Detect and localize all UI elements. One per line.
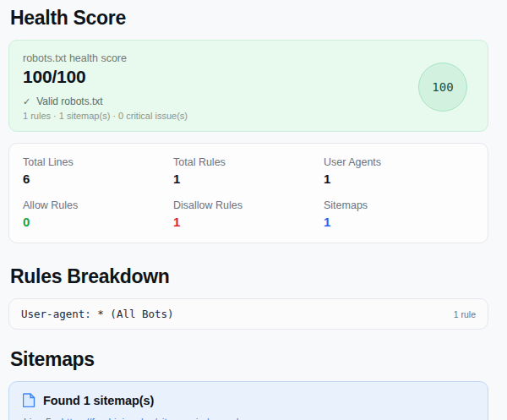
stat-allow-rules: Allow Rules 0 [23,199,173,229]
stat-total-rules: Total Rules 1 [173,156,324,186]
rule-entry: User-agent: * (All Bots) [21,308,174,320]
stat-value: 1 [173,215,324,229]
health-score-value: 100/100 [23,67,188,87]
sitemap-found-label: Found 1 sitemap(s) [43,394,154,407]
health-summary: 1 rules · 1 sitemap(s) · 0 critical issu… [23,111,188,121]
rules-breakdown-heading: Rules Breakdown [10,265,488,288]
stat-value: 1 [173,172,324,186]
report-page: Health Score robots.txt health score 100… [0,0,507,420]
health-score-card: robots.txt health score 100/100 ✓ Valid … [8,40,488,132]
stat-label: Sitemaps [324,199,474,211]
stat-label: Allow Rules [23,199,173,211]
sitemap-line-row: Line 5: https://freshjuice.dev/sitemap-i… [23,417,474,420]
rule-count-label: 1 rule [454,309,476,319]
stat-label: User Agents [324,156,474,168]
stat-sitemaps: Sitemaps 1 [324,199,474,229]
health-score-label: robots.txt health score [23,52,188,64]
stat-value: 6 [23,172,173,186]
valid-status-row: ✓ Valid robots.txt [23,95,188,107]
stat-total-lines: Total Lines 6 [23,156,173,186]
stat-value: 1 [324,215,474,229]
sitemap-card: Found 1 sitemap(s) Line 5: https://fresh… [8,381,488,420]
sitemaps-heading: Sitemaps [10,348,488,371]
score-badge: 100 [418,63,467,112]
rule-row: User-agent: * (All Bots) 1 rule [8,298,488,330]
sitemap-url-link[interactable]: https://freshjuice.dev/sitemap-index.xml [61,417,238,420]
sitemap-card-header: Found 1 sitemap(s) [23,393,474,407]
stat-label: Total Lines [23,156,173,168]
stat-value: 0 [23,215,173,229]
stat-value: 1 [324,172,474,186]
stat-user-agents: User Agents 1 [324,156,474,186]
health-score-heading: Health Score [10,7,488,30]
valid-message: Valid robots.txt [36,95,102,107]
stats-card: Total Lines 6 Total Rules 1 User Agents … [8,143,488,243]
stat-label: Total Rules [173,156,324,168]
sitemap-line-label: Line 5: [24,417,54,420]
document-icon [23,393,35,407]
health-score-details: robots.txt health score 100/100 ✓ Valid … [23,52,188,121]
stat-disallow-rules: Disallow Rules 1 [173,199,324,229]
check-icon: ✓ [23,96,30,107]
stat-label: Disallow Rules [173,199,324,211]
